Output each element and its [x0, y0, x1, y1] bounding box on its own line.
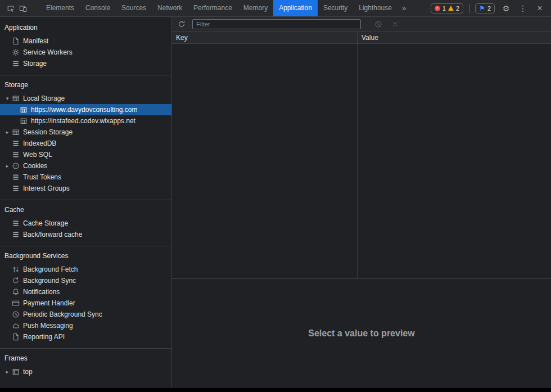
grid-icon — [11, 128, 20, 137]
sidebar-section-storage: Storage▾Local Storagehttps://www.davydov… — [0, 75, 171, 194]
section-title: Storage — [0, 75, 171, 93]
doc-icon — [11, 332, 20, 341]
tab-application[interactable]: Application — [273, 0, 318, 16]
sidebar-item-manifest[interactable]: Manifest — [0, 35, 171, 47]
sidebar-item-https-instafeed-codev-wixapps-net[interactable]: https://instafeed.codev.wixapps.net — [0, 115, 171, 127]
sidebar-item-label: Cookies — [23, 162, 47, 170]
device-toolbar-icon[interactable] — [17, 2, 29, 15]
window-bottom-edge — [0, 388, 551, 392]
tab-memory[interactable]: Memory — [238, 0, 273, 16]
stack-icon — [11, 230, 20, 239]
sidebar-item-label: Back/forward cache — [23, 231, 82, 238]
sidebar-section-application: ApplicationManifestService WorkersStorag… — [0, 18, 171, 69]
sidebar-item-trust-tokens[interactable]: Trust Tokens — [0, 172, 171, 183]
cookie-icon — [11, 161, 20, 170]
sidebar-section-frames: Frames▸top — [0, 348, 171, 377]
sidebar-item-notifications[interactable]: Notifications — [0, 286, 171, 298]
sidebar-item-web-sql[interactable]: Web SQL — [0, 149, 171, 160]
application-sidebar: ApplicationManifestService WorkersStorag… — [0, 17, 172, 388]
toolbar-separator — [469, 4, 469, 13]
sidebar-item-label: Interest Groups — [23, 184, 70, 192]
sidebar-item-label: Reporting API — [23, 333, 65, 341]
column-header-key: Key — [172, 32, 358, 43]
issues-flag-icon: ⚑ — [479, 5, 485, 12]
sidebar-item-service-workers[interactable]: Service Workers — [0, 47, 171, 58]
tree-expanded-arrow-icon[interactable]: ▾ — [3, 96, 11, 101]
sidebar-item-label: Push Messaging — [23, 322, 73, 330]
sidebar-item-interest-groups[interactable]: Interest Groups — [0, 183, 171, 194]
sidebar-item-reporting-api[interactable]: Reporting API — [0, 331, 171, 343]
sidebar-item-top[interactable]: ▸top — [0, 366, 171, 377]
sidebar-item-https-www-davydovconsulting-com[interactable]: https://www.davydovconsulting.com — [0, 104, 171, 115]
devtools-tabbar: ElementsConsoleSourcesNetworkPerformance… — [0, 0, 551, 17]
sidebar-item-label: Storage — [23, 60, 47, 67]
errors-warnings-badge[interactable]: 1 2 — [431, 3, 463, 13]
inspect-element-icon[interactable] — [4, 2, 17, 15]
refresh-icon[interactable] — [175, 18, 188, 30]
sidebar-item-label: Background Fetch — [23, 265, 78, 273]
frame-icon — [11, 367, 20, 376]
sidebar-item-session-storage[interactable]: ▸Session Storage — [0, 127, 171, 138]
tab-console[interactable]: Console — [80, 0, 116, 16]
sidebar-item-label: https://instafeed.codev.wixapps.net — [31, 117, 136, 125]
sidebar-item-label: IndexedDB — [23, 139, 56, 147]
sidebar-item-cookies[interactable]: ▸Cookies — [0, 160, 171, 172]
sidebar-section-cache: CacheCache StorageBack/forward cache — [0, 200, 171, 240]
sidebar-item-indexeddb[interactable]: IndexedDB — [0, 138, 171, 149]
sidebar-item-background-fetch[interactable]: Background Fetch — [0, 264, 171, 275]
sidebar-item-label: Periodic Background Sync — [23, 310, 102, 318]
sidebar-item-background-sync[interactable]: Background Sync — [0, 275, 171, 286]
tree-collapsed-arrow-icon[interactable]: ▸ — [3, 163, 11, 169]
sidebar-item-label: Payment Handler — [23, 299, 75, 307]
stack-icon — [11, 139, 20, 148]
clear-storage-icon[interactable] — [372, 18, 385, 30]
storage-panel: Key Value Select a value to preview — [172, 17, 551, 388]
stack-icon — [11, 219, 20, 228]
tab-network[interactable]: Network — [152, 0, 188, 16]
more-panels-chevron-icon[interactable]: » — [398, 0, 410, 16]
storage-table-header: Key Value — [172, 32, 551, 44]
sync-icon — [11, 276, 20, 285]
tab-security[interactable]: Security — [318, 0, 353, 16]
sidebar-item-periodic-background-sync[interactable]: Periodic Background Sync — [0, 309, 171, 320]
sidebar-item-label: Notifications — [23, 288, 60, 296]
sidebar-item-label: Cache Storage — [23, 219, 68, 227]
sidebar-item-storage[interactable]: Storage — [0, 58, 171, 69]
tab-elements[interactable]: Elements — [40, 0, 80, 16]
tree-collapsed-arrow-icon[interactable]: ▸ — [3, 129, 11, 135]
stack-icon — [11, 173, 20, 182]
sidebar-item-label: Service Workers — [23, 48, 73, 56]
sidebar-item-label: top — [23, 368, 33, 376]
panel-tab-strip: ElementsConsoleSourcesNetworkPerformance… — [40, 0, 398, 16]
column-resize-handle[interactable] — [357, 44, 358, 278]
tab-lighthouse[interactable]: Lighthouse — [353, 0, 398, 16]
settings-gear-icon[interactable]: ⚙ — [500, 4, 512, 13]
error-icon — [435, 6, 440, 11]
sidebar-section-background-services: Background ServicesBackground FetchBackg… — [0, 246, 171, 343]
close-devtools-icon[interactable]: × — [534, 3, 545, 13]
section-title: Frames — [0, 349, 171, 366]
card-icon — [11, 299, 20, 308]
tab-performance[interactable]: Performance — [188, 0, 238, 16]
column-header-value: Value — [358, 32, 551, 43]
sidebar-item-local-storage[interactable]: ▾Local Storage — [0, 93, 171, 104]
filter-input[interactable] — [192, 19, 361, 29]
tab-sources[interactable]: Sources — [116, 0, 152, 16]
sidebar-item-label: Manifest — [23, 37, 48, 45]
sidebar-item-label: Background Sync — [23, 277, 76, 285]
kebab-menu-icon[interactable]: ⋮ — [517, 4, 529, 13]
tree-collapsed-arrow-icon[interactable]: ▸ — [3, 369, 11, 375]
sidebar-item-label: Local Storage — [23, 94, 65, 102]
cloud-icon — [11, 321, 20, 330]
sidebar-item-cache-storage[interactable]: Cache Storage — [0, 218, 171, 229]
storage-table-body — [172, 44, 551, 279]
sidebar-item-push-messaging[interactable]: Push Messaging — [0, 320, 171, 331]
sidebar-item-back-forward-cache[interactable]: Back/forward cache — [0, 229, 171, 240]
doc-icon — [11, 37, 20, 46]
gear-icon — [11, 48, 20, 57]
issues-badge[interactable]: ⚑ 2 — [475, 3, 495, 13]
sidebar-item-payment-handler[interactable]: Payment Handler — [0, 298, 171, 309]
delete-selected-icon[interactable] — [389, 18, 401, 30]
stack-icon — [11, 184, 20, 193]
storage-toolbar — [172, 17, 551, 32]
